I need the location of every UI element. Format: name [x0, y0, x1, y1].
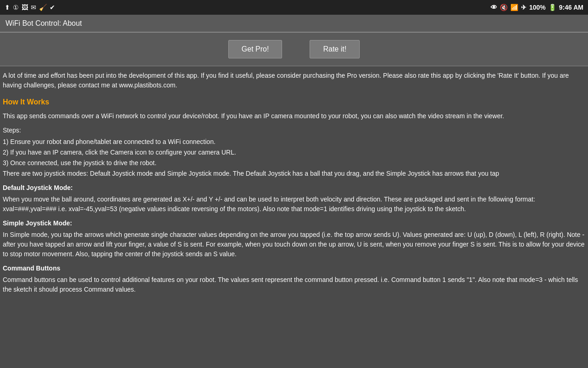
button-row: Get Pro! Rate it!	[0, 33, 588, 66]
title-bar: WiFi Bot Control: About	[0, 15, 588, 32]
status-right-icons: 👁 🔇 📶 ✈ 100% 🔋 9:46 AM	[491, 4, 583, 11]
simple-joystick-desc: In Simple mode, you tap the arrows which…	[3, 230, 585, 259]
clean-icon: 🧹	[39, 4, 47, 11]
command-buttons-heading: Command Buttons	[3, 264, 585, 273]
check-icon: ✔	[50, 4, 55, 11]
get-pro-button[interactable]: Get Pro!	[228, 40, 283, 58]
battery-icon: 🔋	[548, 4, 556, 11]
step-3: 3) Once connected, use the joystick to d…	[3, 158, 585, 168]
mute-icon: 🔇	[500, 4, 508, 11]
default-joystick-heading: Default Joystick Mode:	[3, 183, 585, 193]
wifi-icon: 📶	[510, 4, 518, 11]
time-display: 9:46 AM	[559, 4, 583, 11]
step-2: 2) If you have an IP camera, click the C…	[3, 148, 585, 157]
how-it-works-desc: This app sends commands over a WiFi netw…	[3, 111, 585, 121]
usb-icon: ⬆	[5, 4, 10, 11]
airplane-icon: ✈	[521, 4, 526, 11]
how-it-works-heading: How It Works	[3, 97, 585, 108]
main-content: A lot of time and effort has been put in…	[0, 66, 588, 368]
joystick-modes-desc: There are two joystick modes: Default Jo…	[3, 169, 585, 178]
steps-header: Steps:	[3, 126, 585, 135]
eye-icon: 👁	[491, 4, 497, 11]
command-buttons-desc: Command buttons can be used to control a…	[3, 275, 585, 294]
simple-joystick-heading: Simple Joystick Mode:	[3, 218, 585, 228]
app-name: WiFi Bot Control:	[6, 19, 61, 27]
step-1: 1) Ensure your robot and phone/tablet ar…	[3, 137, 585, 147]
default-joystick-desc: When you move the ball around, coordinat…	[3, 195, 585, 214]
sim-icon: ①	[13, 4, 19, 11]
status-bar: ⬆ ① 🖼 ✉ 🧹 ✔ 👁 🔇 📶 ✈ 100% 🔋 9:46 AM	[0, 0, 588, 15]
image-icon: 🖼	[22, 4, 28, 11]
intro-paragraph: A lot of time and effort has been put in…	[3, 71, 585, 90]
section-name: About	[62, 19, 82, 27]
app-title: WiFi Bot Control: About	[6, 19, 82, 28]
email-icon: ✉	[31, 4, 36, 11]
rate-it-button[interactable]: Rate it!	[310, 40, 360, 58]
status-left-icons: ⬆ ① 🖼 ✉ 🧹 ✔	[5, 4, 55, 11]
battery-text: 100%	[529, 4, 546, 11]
